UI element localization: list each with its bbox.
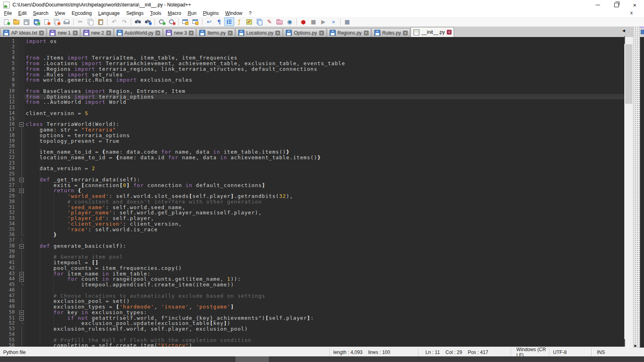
close-button[interactable] — [41, 17, 52, 26]
print-button[interactable] — [62, 17, 72, 26]
line-number[interactable]: 3 — [0, 50, 19, 56]
menu-file[interactable]: File — [1, 10, 15, 16]
line-number[interactable]: 46 — [0, 288, 19, 293]
scroll-down-icon[interactable] — [624, 340, 633, 347]
tab-close-icon[interactable]: × — [364, 31, 369, 35]
line-number[interactable]: 17 — [0, 127, 19, 133]
line-number[interactable]: 56 — [0, 343, 19, 347]
line-number[interactable]: 10 — [0, 88, 19, 94]
code-line-21[interactable]: 21 item_name_to_id = {name: data.code fo… — [0, 149, 624, 155]
save-button[interactable] — [21, 17, 31, 26]
line-number[interactable]: 50 — [0, 310, 19, 315]
code-line-38[interactable]: 38 def generate_basic(self): — [0, 243, 624, 249]
code-line-41[interactable]: 41 itempool = [] — [0, 260, 624, 265]
menu-view[interactable]: View — [52, 10, 68, 16]
line-number[interactable]: 13 — [0, 105, 19, 111]
sync-vertical-scroll-button[interactable] — [180, 17, 190, 26]
word-wrap-button[interactable]: ↩ — [204, 17, 214, 26]
code-line-31[interactable]: 31 'seed_name': self.world.seed_name, — [0, 205, 624, 210]
macro-stop-button[interactable]: ■ — [308, 17, 318, 26]
tab-items-py[interactable]: Items.py× — [196, 28, 235, 37]
line-number[interactable]: 34 — [0, 221, 19, 227]
code-line-54[interactable]: 54 — [0, 332, 624, 337]
code-line-25[interactable]: 25 — [0, 171, 624, 177]
fold-marker[interactable] — [19, 315, 25, 321]
code-line-50[interactable]: 50 for key in exclusion_types: — [0, 310, 624, 315]
line-number[interactable]: 40 — [0, 254, 19, 260]
line-number[interactable]: 32 — [0, 210, 19, 216]
tab-close-icon[interactable]: × — [73, 31, 78, 35]
line-number[interactable]: 51 — [0, 315, 19, 321]
fold-marker[interactable] — [19, 243, 25, 249]
code-line-5[interactable]: 5from .Locations import TerrariaAchievem… — [0, 61, 624, 66]
line-number[interactable]: 16 — [0, 121, 19, 127]
line-number[interactable]: 15 — [0, 116, 19, 122]
line-number[interactable]: 26 — [0, 177, 19, 183]
show-all-characters-button[interactable]: ¶ — [214, 17, 224, 26]
tab-new-1[interactable]: new 1× — [47, 28, 80, 37]
line-number[interactable]: 29 — [0, 193, 19, 199]
tab-regions-py[interactable]: Regions.py× — [327, 28, 371, 37]
line-number[interactable]: 19 — [0, 138, 19, 144]
code-line-36[interactable]: 36 } — [0, 232, 624, 238]
document-switcher-button[interactable] — [254, 17, 264, 26]
minimize-button[interactable] — [588, 0, 607, 10]
line-number[interactable]: 22 — [0, 155, 19, 160]
macro-record-button[interactable]: ● — [298, 17, 308, 26]
code-line-12[interactable]: 12from ..AutoWorld import World — [0, 99, 624, 105]
code-line-46[interactable]: 46 — [0, 288, 624, 293]
code-line-55[interactable]: 55 # Prefill the Wall of Flesh with the … — [0, 337, 624, 343]
replace-button[interactable] — [143, 17, 153, 26]
code-line-26[interactable]: 26 def _get_terraria_data(self): — [0, 177, 624, 183]
menu-run[interactable]: Run — [184, 10, 200, 16]
line-number[interactable]: 2 — [0, 44, 19, 50]
code-line-10[interactable]: 10from BaseClasses import Region, Entran… — [0, 88, 624, 94]
menubar-close-icon[interactable]: x — [630, 10, 633, 16]
code-line-49[interactable]: 49 exclusion_types = ['hardmode', 'insan… — [0, 304, 624, 310]
tab-close-icon[interactable]: × — [155, 31, 160, 35]
code-line-22[interactable]: 22 location_name_to_id = {name: data.id … — [0, 155, 624, 160]
tab-new-3[interactable]: new 3× — [163, 28, 196, 37]
new-file-button[interactable] — [1, 17, 11, 26]
scroll-up-icon[interactable] — [624, 37, 633, 44]
line-number[interactable]: 43 — [0, 271, 19, 277]
menu-search[interactable]: Search — [30, 10, 52, 16]
code-line-8[interactable]: 8from worlds.generic.Rules import exclus… — [0, 77, 624, 83]
line-number[interactable]: 24 — [0, 166, 19, 171]
line-number[interactable]: 36 — [0, 232, 19, 238]
save-all-button[interactable] — [31, 17, 41, 26]
line-number[interactable]: 23 — [0, 160, 19, 166]
line-number[interactable]: 6 — [0, 66, 19, 72]
line-number[interactable]: 42 — [0, 265, 19, 271]
tab-close-icon[interactable]: × — [275, 31, 280, 35]
line-number[interactable]: 8 — [0, 77, 19, 83]
folder-as-workspace-button[interactable] — [275, 17, 285, 26]
code-line-19[interactable]: 19 topology_present = True — [0, 138, 624, 144]
code-line-27[interactable]: 27 exits = [connection[0] for connection… — [0, 183, 624, 188]
fold-marker[interactable] — [19, 177, 25, 183]
code-line-35[interactable]: 35 'race': self.world.is_race — [0, 227, 624, 232]
tab-options-py[interactable]: Options.py× — [283, 28, 326, 37]
code-line-43[interactable]: 43 for item_name in item_table: — [0, 271, 624, 277]
line-number[interactable]: 28 — [0, 188, 19, 193]
tab-autoworld-py[interactable]: AutoWorld.py× — [114, 28, 163, 37]
fold-marker[interactable] — [19, 276, 25, 282]
function-list-button[interactable]: ƒ — [234, 17, 244, 26]
tab-close-icon[interactable]: × — [319, 31, 324, 35]
code-line-32[interactable]: 32 'player_name': self.world.get_player_… — [0, 210, 624, 216]
close-button[interactable]: × — [625, 0, 644, 10]
code-line-7[interactable]: 7from .Rules import set_rules — [0, 72, 624, 78]
menu-plugins[interactable]: Plugins — [200, 10, 222, 16]
menu-help[interactable]: ? — [246, 10, 255, 16]
line-number[interactable]: 48 — [0, 298, 19, 304]
line-number[interactable]: 4 — [0, 55, 19, 61]
code-line-15[interactable]: 15 — [0, 116, 624, 122]
code-line-40[interactable]: 40 # Generate item pool — [0, 254, 624, 260]
tab-close-icon[interactable]: × — [403, 31, 408, 35]
code-line-42[interactable]: 42 pool_counts = item_frequencies.copy() — [0, 265, 624, 271]
tab-close-icon[interactable]: × — [106, 31, 111, 35]
line-number[interactable]: 53 — [0, 326, 19, 332]
line-number[interactable]: 9 — [0, 83, 19, 88]
open-button[interactable] — [11, 17, 21, 26]
code-line-23[interactable]: 23 — [0, 160, 624, 166]
